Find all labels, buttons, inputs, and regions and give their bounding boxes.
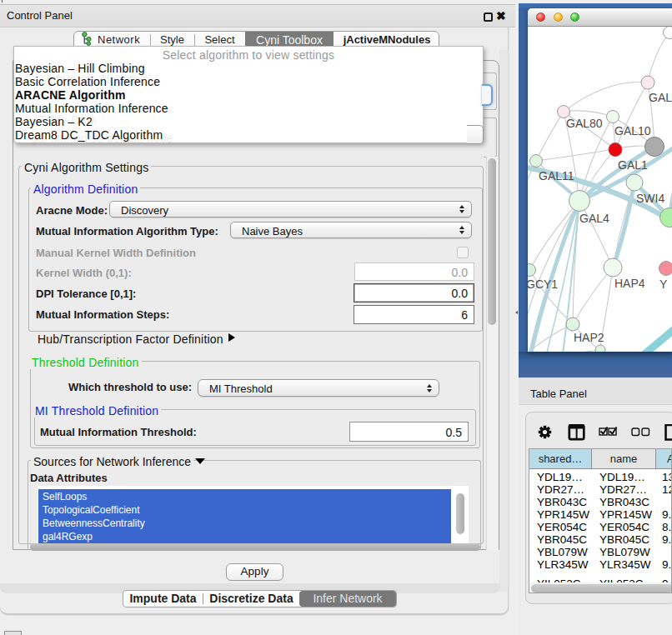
svg-text:SWI4: SWI4 [636,192,664,205]
svg-text:GAL80: GAL80 [566,117,603,130]
svg-text:GAL1: GAL1 [618,158,648,172]
svg-text:GCY1: GCY1 [528,278,558,291]
svg-text:GAL7: GAL7 [649,91,672,104]
svg-text:GAL10: GAL10 [614,124,651,138]
svg-text:HAP2: HAP2 [574,331,604,344]
svg-text:Y: Y [659,278,668,291]
svg-text:HAP4: HAP4 [614,277,645,290]
svg-text:GAL4: GAL4 [579,212,609,225]
svg-text:GAL11: GAL11 [539,169,574,182]
